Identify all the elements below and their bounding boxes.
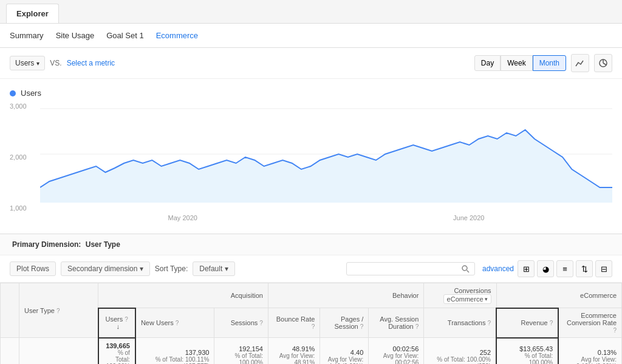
period-week-btn[interactable]: Week — [501, 55, 532, 71]
y-label-2000: 2,000 — [10, 153, 27, 161]
nav-tab-ecommerce[interactable]: Ecommerce — [156, 29, 198, 42]
right-controls: Day Week Month — [474, 54, 612, 72]
pivot-view-btn[interactable]: ⇅ — [576, 260, 593, 277]
total-avg-duration: 00:02:56 Avg for View: 00:02:56 (0.00%) — [369, 338, 424, 365]
total-new-users: 137,930 % of Total: 100.11% (137,777) — [135, 338, 214, 365]
secondary-dim-label: Secondary dimension — [67, 265, 137, 273]
th-revenue[interactable]: Revenue ? — [496, 308, 558, 338]
select-metric-link[interactable]: Select a metric — [67, 59, 115, 67]
sessions-help: ? — [259, 320, 263, 326]
dimension-label: Primary Dimension: — [12, 240, 81, 249]
th-avg-session[interactable]: Avg. Session Duration ? — [369, 308, 424, 338]
y-axis-labels: 3,000 2,000 1,000 — [10, 103, 32, 224]
svg-point-6 — [462, 266, 467, 271]
nav-tab-goal-set[interactable]: Goal Set 1 — [106, 29, 143, 42]
line-chart-icon — [575, 58, 585, 68]
users-help: ? — [125, 316, 128, 323]
th-users[interactable]: Users ? ↓ — [98, 308, 135, 338]
data-table: User Type ? Acquisition Behavior Convers… — [0, 283, 622, 364]
chart-container: 3,000 2,000 1,000 May 2020 June 2020 — [10, 103, 612, 224]
search-controls: advanced ⊞ ◕ ≡ ⇅ ⊟ — [346, 260, 612, 277]
total-bounce-rate: 48.91% Avg for View: 48.91% (0.00%) — [268, 338, 320, 365]
total-row: 139,665 % of Total: 100.00% (139,665) 13… — [1, 338, 622, 365]
x-label-june: June 2020 — [453, 214, 484, 221]
bounce-help: ? — [312, 323, 315, 330]
controls-bar: Users ▾ VS. Select a metric Day Week Mon… — [0, 48, 622, 79]
chart-area: Users 3,000 2,000 1,000 May 2020 June 20… — [0, 79, 622, 234]
plot-rows-btn[interactable]: Plot Rows — [10, 261, 56, 276]
period-day-btn[interactable]: Day — [474, 55, 501, 71]
total-users: 139,665 % of Total: 100.00% (139,665) — [98, 338, 135, 365]
period-month-btn[interactable]: Month — [533, 55, 566, 71]
legend-label: Users — [21, 89, 41, 98]
th-bounce-rate[interactable]: Bounce Rate ? — [268, 308, 320, 338]
line-chart-icon-btn[interactable] — [571, 54, 589, 72]
sort-default-btn[interactable]: Default ▾ — [193, 261, 234, 276]
total-check — [1, 338, 19, 365]
data-table-container: User Type ? Acquisition Behavior Convers… — [0, 283, 622, 364]
th-user-type: User Type ? — [19, 283, 98, 338]
total-label — [19, 338, 98, 365]
total-revenue: $13,655.43 % of Total: 100.00% ($13,655.… — [496, 338, 558, 365]
dimension-value: User Type — [86, 240, 120, 249]
ecomrate-help: ? — [613, 327, 617, 334]
y-label-1000: 1,000 — [10, 204, 27, 212]
table-controls: Plot Rows Secondary dimension ▾ Sort Typ… — [0, 255, 622, 283]
user-type-help-icon[interactable]: ? — [56, 308, 60, 314]
nav-tab-site-usage[interactable]: Site Usage — [56, 29, 95, 42]
pages-help: ? — [360, 323, 364, 330]
legend-dot — [10, 90, 16, 96]
th-sessions[interactable]: Sessions ? — [214, 308, 268, 338]
total-transactions: 252 % of Total: 100.00% (252) — [424, 338, 496, 365]
pie-chart-icon — [598, 58, 608, 68]
pie-view-btn[interactable]: ◕ — [537, 260, 554, 277]
nav-tab-summary[interactable]: Summary — [10, 29, 44, 42]
th-behavior-group: Behavior — [268, 283, 423, 308]
multi-view-btn[interactable]: ⊟ — [595, 260, 612, 277]
chart-svg — [40, 103, 612, 212]
users-sort-arrow: ↓ — [116, 323, 120, 330]
th-ecommerce-rate[interactable]: Ecommerce Conversion Rate ? — [558, 308, 621, 338]
total-sessions: 192,154 % of Total: 100.00% (192,154) — [214, 338, 268, 365]
grid-view-btn[interactable]: ⊞ — [518, 260, 535, 277]
th-acquisition-group: Acquisition — [98, 283, 268, 308]
th-new-users[interactable]: New Users ? — [135, 308, 214, 338]
th-ecommerce-group: eCommerce — [496, 283, 621, 308]
newusers-help: ? — [176, 320, 179, 326]
metric-select-dropdown[interactable]: Users ▾ — [10, 56, 45, 70]
table-controls-left: Plot Rows Secondary dimension ▾ Sort Typ… — [10, 261, 235, 276]
th-conversions-group: Conversions eCommerce ▾ — [424, 283, 496, 308]
avgsession-help: ? — [415, 323, 419, 330]
search-box[interactable] — [346, 262, 475, 275]
metric-select-label: Users — [15, 59, 34, 67]
total-ecommerce-rate: 0.13% Avg for View: 0.13% (0.00%) — [558, 338, 621, 365]
revenue-help: ? — [550, 320, 553, 326]
svg-line-2 — [603, 63, 606, 65]
tab-bar: Explorer — [0, 0, 622, 24]
vs-label: VS. — [50, 59, 61, 67]
svg-line-7 — [466, 271, 469, 273]
chart-legend: Users — [10, 89, 612, 98]
th-checkbox — [1, 283, 19, 338]
tab-explorer[interactable]: Explorer — [6, 4, 59, 23]
secondary-dimension-btn[interactable]: Secondary dimension ▾ — [61, 261, 150, 276]
th-pages-session[interactable]: Pages / Session ? — [320, 308, 369, 338]
th-transactions[interactable]: Transactions ? — [424, 308, 496, 338]
bar-view-btn[interactable]: ≡ — [556, 260, 573, 277]
ecommerce-badge[interactable]: eCommerce ▾ — [443, 294, 491, 304]
metric-select-arrow: ▾ — [36, 60, 39, 67]
period-buttons: Day Week Month — [474, 55, 566, 71]
secondary-dim-arrow: ▾ — [140, 265, 143, 273]
transactions-help: ? — [487, 320, 491, 326]
total-pages: 4.40 Avg for View: 4.40 (0.00%) — [320, 338, 369, 365]
sort-value-arrow: ▾ — [225, 265, 228, 273]
x-axis-labels: May 2020 June 2020 — [40, 212, 612, 221]
sort-type-label: Sort Type: — [155, 265, 188, 273]
advanced-link[interactable]: advanced — [482, 265, 514, 273]
sort-value-label: Default — [199, 265, 222, 273]
search-input[interactable] — [352, 265, 461, 273]
pie-chart-icon-btn[interactable] — [594, 54, 612, 72]
dimension-bar: Primary Dimension: User Type — [0, 234, 622, 255]
view-icons: ⊞ ◕ ≡ ⇅ ⊟ — [518, 260, 612, 277]
left-controls: Users ▾ VS. Select a metric — [10, 56, 115, 70]
